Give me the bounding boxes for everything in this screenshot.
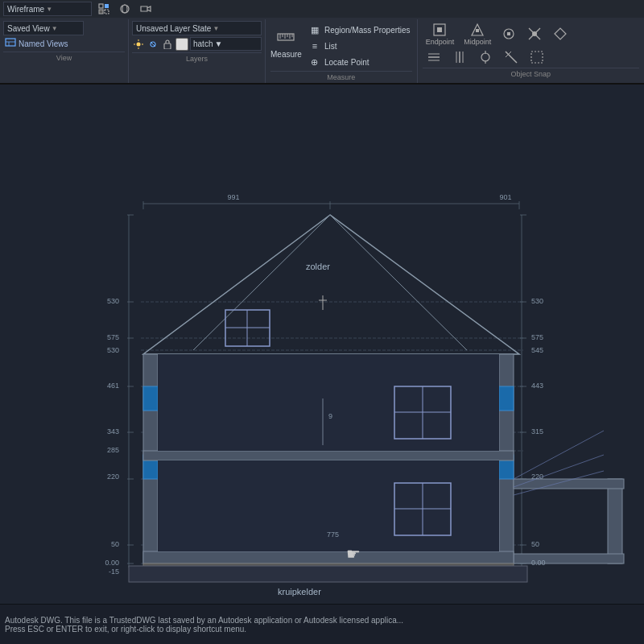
svg-line-42 [506,52,517,63]
layers-section: Unsaved Layer State ▼ hatch ▼ [129,19,266,83]
svg-rect-87 [514,554,624,564]
svg-text:545: 545 [531,346,543,354]
snap8-button[interactable] [474,48,497,66]
camera-icon[interactable] [137,0,155,18]
svg-rect-3 [105,10,109,14]
list-label: List [324,42,337,51]
svg-text:315: 315 [531,427,543,436]
svg-text:343: 343 [107,427,119,436]
color-swatch[interactable] [175,38,188,51]
named-views-button[interactable]: Named Views [3,37,125,50]
layer-label: hatch [193,39,213,48]
cursor: ☛ [346,545,361,563]
svg-rect-93 [143,551,514,564]
svg-rect-85 [608,479,622,564]
statusbar-line2: Press ESC or ENTER to exit, or right-cli… [5,625,639,634]
svg-text:220: 220 [531,473,543,481]
midpoint-label: Midpoint [464,38,491,46]
orbit-icon[interactable] [116,0,134,18]
measure-ruler-icon[interactable] [273,24,299,50]
visual-style-icon[interactable] [95,0,113,18]
snap6-button[interactable] [423,48,445,66]
wireframe-label: Wireframe [7,5,44,14]
snap7-button[interactable] [448,48,471,66]
toolbar-row1: Wireframe ▼ [0,0,644,18]
svg-text:☛: ☛ [346,545,361,563]
svg-point-39 [481,53,489,61]
layer-state-dropdown[interactable]: Unsaved Layer State ▼ [132,21,262,35]
svg-text:50: 50 [531,540,539,548]
snap10-button[interactable] [526,48,548,66]
midpoint-snap-button[interactable]: Midpoint [460,21,494,47]
toolbar-row2: Saved View ▼ Named Views View Unsaved La… [0,18,644,85]
locate-icon: ⊕ [308,56,321,68]
wireframe-arrow: ▼ [46,6,52,13]
svg-rect-1 [105,4,109,8]
drawing-canvas[interactable]: .dim { font-size: 9px; fill: #8899aa; fo… [0,85,644,604]
svg-point-32 [532,31,537,36]
locate-label: Locate Point [324,58,369,67]
measure-label: Measure [270,50,302,59]
statusbar: Autodesk DWG. This file is a TrustedDWG … [0,604,644,644]
snap-row2 [423,48,639,66]
wireframe-dropdown[interactable]: Wireframe ▼ [3,2,92,16]
snap6-icon [426,49,442,65]
snap-section: Endpoint Midpoint [418,19,644,83]
saved-view-dropdown[interactable]: Saved View ▼ [3,21,84,35]
svg-rect-90 [499,386,514,411]
svg-text:9: 9 [328,412,332,420]
snap8-icon [477,49,493,65]
svg-point-5 [122,5,127,13]
snap9-icon [503,49,519,65]
svg-rect-44 [531,52,543,63]
svg-rect-29 [507,32,510,35]
freeze-icon[interactable] [147,38,159,51]
snap-row1: Endpoint Midpoint [423,21,639,47]
midpoint-icon [469,22,485,38]
svg-text:-15: -15 [109,568,119,576]
snap3-button[interactable] [497,25,520,43]
snap3-icon [501,26,517,42]
svg-text:575: 575 [531,333,543,341]
svg-rect-0 [99,4,103,8]
svg-rect-88 [143,386,158,411]
named-views-label: Named Views [19,39,68,48]
svg-rect-25 [437,27,442,32]
svg-point-9 [137,42,141,46]
measure-section-footer: Measure [270,71,412,81]
layer-row1: Unsaved Layer State ▼ [132,21,262,35]
snap4-button[interactable] [523,25,546,43]
layer-state-label: Unsaved Layer State [136,24,211,33]
list-button[interactable]: ≡ List [307,39,412,53]
locate-point-button[interactable]: ⊕ Locate Point [307,55,412,69]
snap5-button[interactable] [549,25,572,43]
svg-text:0.00: 0.00 [105,559,119,567]
view-section-top: Saved View ▼ [3,21,125,35]
layer-dropdown[interactable]: hatch ▼ [190,37,262,51]
measure-section: Measure ▦ Region/Mass Properties ≡ List … [266,19,418,83]
svg-rect-16 [164,43,171,49]
svg-text:50: 50 [111,540,119,548]
svg-text:901: 901 [499,193,511,201]
lock-icon[interactable] [161,38,174,51]
svg-text:0.00: 0.00 [531,559,546,567]
region-mass-button[interactable]: ▦ Region/Mass Properties [307,23,412,37]
layer-row2: hatch ▼ [132,37,262,51]
endpoint-icon [431,22,448,38]
sun-icon[interactable] [132,38,145,51]
svg-rect-92 [143,451,514,460]
region-label: Region/Mass Properties [324,26,411,35]
svg-rect-95 [158,354,499,451]
svg-rect-112 [129,566,527,582]
view-section: Saved View ▼ Named Views View [0,19,129,83]
saved-view-arrow: ▼ [52,25,58,32]
endpoint-snap-button[interactable]: Endpoint [423,21,458,47]
snap5-icon [552,26,568,42]
svg-text:kruipkelder: kruipkelder [278,587,321,597]
svg-text:991: 991 [227,193,239,201]
statusbar-line1: Autodesk DWG. This file is a TrustedDWG … [5,616,639,625]
cad-drawing: .dim { font-size: 9px; fill: #8899aa; fo… [0,85,644,604]
snap-section-footer: Object Snap [423,68,639,78]
snap10-icon [529,49,545,65]
snap9-button[interactable] [500,48,522,66]
